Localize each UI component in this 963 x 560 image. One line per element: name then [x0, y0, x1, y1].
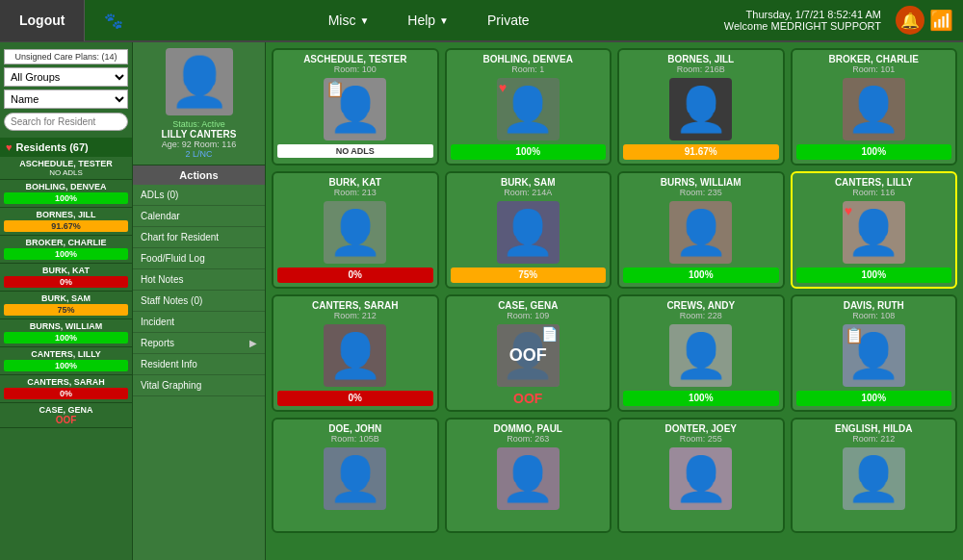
submenu-arrow-icon: ▶ — [249, 338, 257, 348]
actions-header: Actions — [133, 165, 265, 185]
table-row[interactable]: BORNES, JILLRoom: 216B👤91.67% — [617, 48, 785, 165]
list-item[interactable]: CANTERS, LILLY100% — [0, 347, 132, 375]
table-row[interactable]: BROKER, CHARLIERoom: 101👤100% — [791, 48, 958, 165]
resident-list: ASCHEDULE, TESTERNO ADLSBOHLING, DENVEA1… — [0, 157, 132, 560]
resident-card-photo: 👤 — [497, 201, 560, 264]
sidebar: Unsigned Care Plans: (14) All Groups Nam… — [0, 42, 133, 560]
resident-card-photo: 👤 — [843, 78, 905, 140]
resident-card-photo: 👤 — [669, 201, 732, 264]
actions-menu: ADLs (0)CalendarChart for ResidentFood/F… — [133, 185, 265, 560]
resident-photo-area: 👤 — [139, 48, 259, 115]
card-photo-silhouette-icon: 👤 — [501, 453, 555, 504]
resident-card-photo: 📋👤 — [324, 78, 386, 140]
list-item[interactable]: CASE, GENAOOF — [0, 403, 132, 428]
card-photo-silhouette-icon: 👤 — [501, 207, 555, 258]
resident-card-photo: 👤OOF📄 — [497, 324, 560, 387]
resident-status: Status: Active — [139, 119, 259, 129]
action-item[interactable]: Incident — [133, 312, 265, 333]
list-item[interactable]: BROKER, CHARLIE100% — [0, 236, 132, 264]
card-photo-silhouette-icon: 👤 — [674, 84, 728, 135]
card-photo-silhouette-icon: 👤 — [501, 84, 555, 135]
welcome-text: Welcome MEDRIGHT SUPPORT — [724, 20, 881, 32]
nav-misc[interactable]: Misc ▼ — [309, 5, 389, 36]
groups-dropdown[interactable]: All Groups — [4, 67, 128, 87]
resident-grid: ASCHEDULE, TESTERRoom: 100📋👤NO ADLSBOHLI… — [266, 42, 963, 560]
resident-photo: 👤 — [166, 48, 233, 115]
nav-help[interactable]: Help ▼ — [388, 5, 468, 36]
logo: 🐾 — [85, 12, 143, 30]
resident-card-photo: 👤 — [669, 447, 732, 510]
card-photo-silhouette-icon: 👤 — [328, 453, 382, 504]
action-item[interactable]: Vital Graphing — [133, 375, 265, 396]
main-area: Unsigned Care Plans: (14) All Groups Nam… — [0, 42, 963, 560]
table-row[interactable]: ENGLISH, HILDARoom: 212👤 — [791, 418, 958, 533]
action-item[interactable]: Resident Info — [133, 354, 265, 375]
resident-icon: 📋 — [325, 80, 345, 98]
table-row[interactable]: CANTERS, LILLYRoom: 116♥👤100% — [791, 171, 958, 289]
action-item[interactable]: Chart for Resident — [133, 227, 265, 248]
action-item[interactable]: Calendar — [133, 206, 265, 227]
card-photo-silhouette-icon: 👤 — [674, 207, 728, 258]
resident-card-photo: ♥👤 — [497, 78, 560, 140]
table-row[interactable]: DONTER, JOEYRoom: 255👤 — [617, 418, 785, 533]
middle-panel: 👤 Status: Active LILLY CANTERS Age: 92 R… — [133, 42, 266, 560]
card-photo-silhouette-icon: 👤 — [674, 453, 728, 504]
resident-age-room: Age: 92 Room: 116 — [139, 140, 259, 149]
table-row[interactable]: BOHLING, DENVEARoom: 1♥👤100% — [445, 48, 612, 165]
heart-icon: ♥ — [845, 203, 852, 218]
card-photo-silhouette-icon: 👤 — [328, 207, 382, 258]
action-item[interactable]: Hot Notes — [133, 269, 265, 291]
list-item[interactable]: BURK, SAM75% — [0, 292, 132, 319]
card-photo-silhouette-icon: 👤 — [328, 330, 382, 381]
wifi-icon: 📶 — [929, 9, 953, 32]
help-arrow-icon: ▼ — [439, 15, 449, 26]
resident-card-photo: 👤 — [669, 324, 732, 387]
sort-dropdown[interactable]: Name — [4, 89, 128, 109]
table-row[interactable]: CREWS, ANDYRoom: 228👤100% — [617, 294, 785, 412]
resident-card-photo: ♥👤 — [843, 201, 905, 264]
list-item[interactable]: CANTERS, SARAH0% — [0, 375, 132, 403]
page-icon: 📄 — [541, 326, 558, 342]
list-item[interactable]: BORNES, JILL91.67% — [0, 208, 132, 236]
table-row[interactable]: CANTERS, SARAHRoom: 212👤0% — [272, 294, 439, 412]
resident-name-detail: LILLY CANTERS — [139, 129, 259, 140]
resident-card-photo: 👤 — [669, 78, 732, 140]
search-input[interactable] — [4, 113, 128, 131]
misc-arrow-icon: ▼ — [359, 15, 369, 26]
table-row[interactable]: BURNS, WILLIAMRoom: 235👤100% — [617, 171, 785, 289]
table-row[interactable]: CASE, GENARoom: 109👤OOF📄OOF — [445, 294, 612, 412]
heart-icon: ♥ — [499, 80, 507, 95]
logout-button[interactable]: Logout — [0, 0, 85, 41]
table-row[interactable]: DOE, JOHNRoom: 105B👤 — [272, 418, 439, 533]
action-item[interactable]: Staff Notes (0) — [133, 291, 265, 312]
resident-card-photo: 👤 — [324, 201, 386, 264]
card-photo-silhouette-icon: 👤 — [674, 330, 728, 381]
list-item[interactable]: BURK, KAT0% — [0, 264, 132, 292]
card-photo-silhouette-icon: 👤 — [846, 84, 900, 135]
resident-detail: 👤 Status: Active LILLY CANTERS Age: 92 R… — [133, 42, 265, 165]
card-photo-silhouette-icon: 👤 — [846, 453, 900, 504]
table-row[interactable]: BURK, KATRoom: 213👤0% — [272, 171, 439, 289]
heart-icon: ♥ — [6, 141, 13, 153]
nav-area: Misc ▼ Help ▼ Private — [143, 5, 714, 36]
nav-private[interactable]: Private — [468, 5, 549, 36]
resident-card-photo: 👤 — [843, 447, 905, 510]
resident-card-photo: 👤 — [497, 447, 560, 510]
list-item[interactable]: ASCHEDULE, TESTERNO ADLS — [0, 157, 132, 180]
resident-card-photo: 👤 — [324, 324, 386, 387]
table-row[interactable]: ASCHEDULE, TESTERRoom: 100📋👤NO ADLS — [272, 48, 439, 165]
table-row[interactable]: BURK, SAMRoom: 214A👤75% — [445, 171, 612, 289]
table-row[interactable]: DAVIS, RUTHRoom: 108📋👤100% — [791, 294, 958, 412]
action-item[interactable]: Reports▶ — [133, 333, 265, 354]
alert-icon[interactable]: 🔔 — [896, 6, 924, 35]
list-item[interactable]: BURNS, WILLIAM100% — [0, 319, 132, 347]
action-item[interactable]: Food/Fluid Log — [133, 248, 265, 269]
action-item[interactable]: ADLs (0) — [133, 185, 265, 206]
photo-silhouette-icon: 👤 — [169, 54, 229, 110]
resident-card-photo: 📋👤 — [843, 324, 905, 387]
datetime-area: Thursday, 1/7/21 8:52:41 AM Welcome MEDR… — [715, 5, 891, 36]
list-item[interactable]: BOHLING, DENVEA100% — [0, 180, 132, 208]
datetime-text: Thursday, 1/7/21 8:52:41 AM — [724, 9, 881, 20]
table-row[interactable]: DOMMO, PAULRoom: 263👤 — [445, 418, 612, 533]
unsigned-careplans-button[interactable]: Unsigned Care Plans: (14) — [4, 49, 128, 64]
